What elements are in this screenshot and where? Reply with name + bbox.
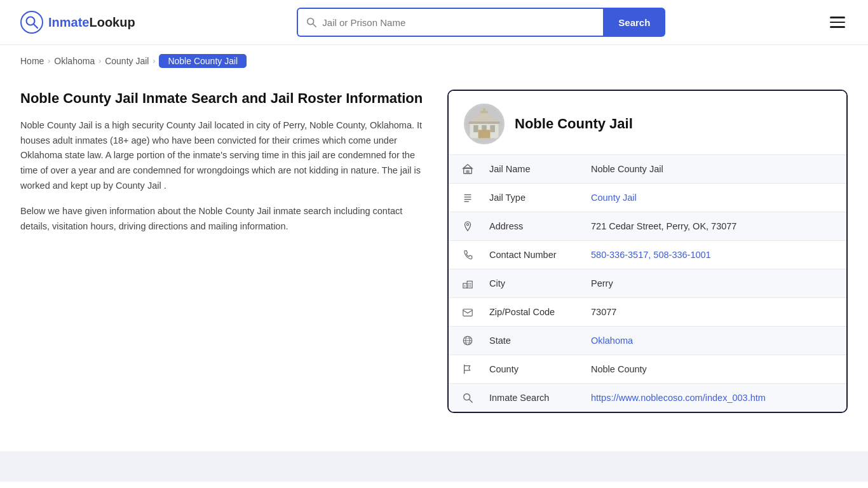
table-row: Inmate Searchhttps://www.noblecoso.com/i…	[449, 384, 846, 412]
svg-point-22	[466, 224, 468, 226]
hamburger-line-3	[830, 26, 845, 28]
logo[interactable]: InmateLookup	[20, 11, 135, 34]
row-label: County	[477, 355, 578, 384]
svg-rect-15	[466, 170, 468, 173]
svg-rect-6	[473, 125, 478, 132]
card-title: Noble County Jail	[515, 116, 633, 132]
main-content: Noble County Jail Inmate Search and Jail…	[0, 77, 868, 438]
table-row: Contact Number580-336-3517, 508-336-1001	[449, 241, 846, 269]
breadcrumb-active: Noble County Jail	[159, 54, 247, 68]
breadcrumb: Home › Oklahoma › County Jail › Noble Co…	[0, 45, 868, 77]
card-header: Noble County Jail	[449, 91, 846, 154]
row-link[interactable]: https://www.noblecoso.com/index_003.htm	[591, 393, 766, 403]
svg-point-37	[464, 394, 470, 400]
row-value: Noble County	[578, 355, 846, 384]
logo-svg	[25, 15, 39, 29]
row-label: State	[477, 327, 578, 355]
location-icon	[449, 212, 477, 241]
svg-rect-25	[465, 285, 466, 287]
table-row: Zip/Postal Code73077	[449, 298, 846, 327]
page-title: Noble County Jail Inmate Search and Jail…	[20, 90, 427, 108]
phone-icon	[449, 241, 477, 269]
row-label: Zip/Postal Code	[477, 298, 578, 327]
svg-rect-28	[468, 285, 470, 287]
row-label: Inmate Search	[477, 384, 578, 412]
search-input[interactable]	[322, 17, 595, 28]
row-label: Jail Name	[477, 155, 578, 184]
avatar	[464, 104, 505, 144]
table-row: Jail TypeCounty Jail	[449, 184, 846, 212]
search-button[interactable]: Search	[603, 8, 665, 37]
flag-icon	[449, 355, 477, 384]
info-table: Jail NameNoble County JailJail TypeCount…	[449, 154, 846, 412]
svg-rect-16	[468, 170, 470, 173]
row-link[interactable]: Oklahoma	[591, 336, 633, 346]
logo-icon	[20, 11, 43, 34]
svg-rect-10	[478, 130, 491, 138]
breadcrumb-home[interactable]: Home	[20, 56, 44, 66]
table-row: CityPerry	[449, 269, 846, 298]
chevron-icon-1: ›	[48, 57, 50, 65]
table-row: Address721 Cedar Street, Perry, OK, 7307…	[449, 212, 846, 241]
search-input-wrapper	[297, 8, 603, 37]
row-label: Address	[477, 212, 578, 241]
table-row: Jail NameNoble County Jail	[449, 155, 846, 184]
facility-card: Noble County Jail Jail NameNoble County …	[447, 90, 848, 413]
mail-icon	[449, 298, 477, 327]
row-value[interactable]: County Jail	[578, 184, 846, 212]
row-value[interactable]: 580-336-3517, 508-336-1001	[578, 241, 846, 269]
svg-line-38	[470, 400, 473, 403]
row-link[interactable]: County Jail	[591, 193, 637, 203]
search-icon	[449, 384, 477, 412]
city-icon	[449, 269, 477, 298]
breadcrumb-oklahoma[interactable]: Oklahoma	[54, 56, 95, 66]
table-row: StateOklahoma	[449, 327, 846, 355]
hamburger-menu[interactable]	[827, 14, 848, 30]
logo-text: InmateLookup	[48, 15, 135, 30]
hamburger-line-2	[830, 22, 845, 24]
chevron-icon-3: ›	[153, 57, 155, 65]
row-label: Jail Type	[477, 184, 578, 212]
row-value: 721 Cedar Street, Perry, OK, 73077	[578, 212, 846, 241]
building-icon	[449, 155, 477, 184]
svg-rect-13	[483, 109, 485, 112]
svg-point-2	[308, 18, 314, 25]
globe-icon	[449, 327, 477, 355]
page-description-1: Noble County Jail is a high security Cou…	[20, 118, 427, 194]
svg-rect-26	[468, 283, 470, 285]
page-description-2: Below we have given information about th…	[20, 204, 427, 234]
search-icon	[306, 17, 317, 28]
table-row: CountyNoble County	[449, 355, 846, 384]
site-header: InmateLookup Search	[0, 0, 868, 45]
row-value: Perry	[578, 269, 846, 298]
svg-line-3	[313, 24, 316, 27]
row-value[interactable]: Oklahoma	[578, 327, 846, 355]
search-area: Search	[297, 8, 665, 37]
svg-rect-30	[463, 309, 472, 316]
svg-line-1	[34, 24, 37, 28]
row-label: City	[477, 269, 578, 298]
svg-rect-29	[470, 285, 471, 287]
row-value: Noble County Jail	[578, 155, 846, 184]
courthouse-image	[465, 105, 503, 143]
svg-rect-24	[467, 281, 472, 288]
row-value: 73077	[578, 298, 846, 327]
chevron-icon-2: ›	[98, 57, 101, 65]
left-content: Noble County Jail Inmate Search and Jail…	[20, 90, 427, 234]
row-value[interactable]: https://www.noblecoso.com/index_003.htm	[578, 384, 846, 412]
row-label: Contact Number	[477, 241, 578, 269]
breadcrumb-county-jail[interactable]: County Jail	[105, 56, 149, 66]
svg-rect-8	[490, 125, 495, 132]
footer-bar	[0, 451, 868, 482]
svg-rect-11	[469, 121, 500, 124]
list-icon	[449, 184, 477, 212]
hamburger-line-1	[830, 17, 845, 18]
svg-rect-27	[470, 283, 471, 285]
row-link[interactable]: 580-336-3517, 508-336-1001	[591, 250, 711, 260]
